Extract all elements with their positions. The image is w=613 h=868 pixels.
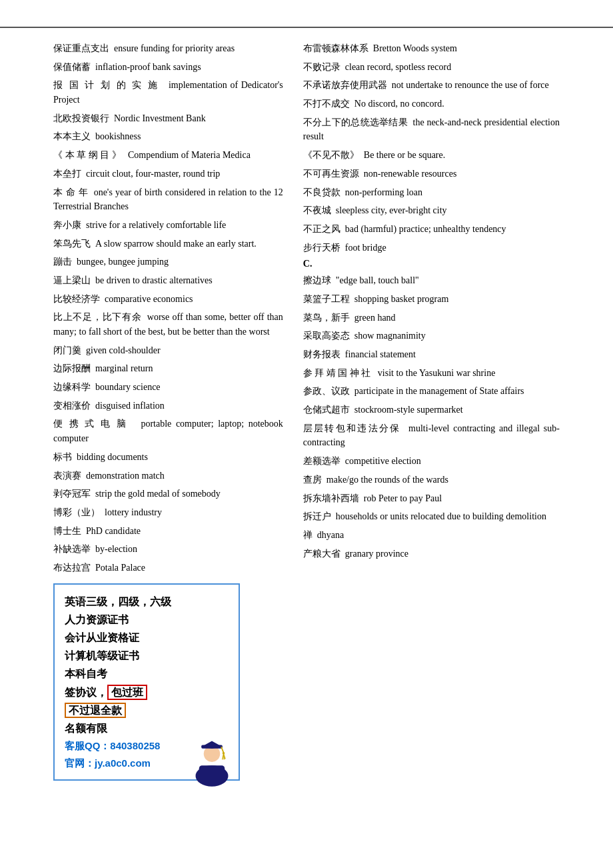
top-border (0, 27, 613, 28)
list-item: 不正之风 bad (harmful) practice; unhealthy t… (303, 222, 560, 237)
list-item: 不打不成交 No discord, no concord. (303, 97, 560, 111)
svg-line-5 (221, 747, 224, 753)
list-item: 不夜城 sleepless city, ever-bright city (303, 203, 560, 218)
list-item: 边际报酬 marginal return (53, 361, 283, 376)
list-item: 便 携 式 电 脑 portable computer; laptop; not… (53, 417, 283, 445)
ad-line-5: 本科自考 (65, 665, 185, 683)
list-item: 仓储式超市 stockroom-style supermarket (303, 403, 560, 417)
list-item: 本 命 年 one's year of birth considered in … (53, 185, 283, 214)
list-item: 布达拉宫 Potala Palace (53, 561, 283, 575)
list-item: 边缘科学 boundary science (53, 380, 283, 395)
list-item: 逼上梁山 be driven to drastic alternatives (53, 273, 283, 288)
list-item: 笨鸟先飞 A slow sparrow should make an early… (53, 237, 283, 251)
ad-text-block: 英语三级，四级，六级 人力资源证书 会计从业资格证 计算机等级证书 本科自考 签… (65, 593, 185, 772)
list-item: 补缺选举 by-election (53, 542, 283, 557)
list-item: 保值储蓄 inflation-proof bank savings (53, 60, 283, 75)
ad-line-1: 英语三级，四级，六级 (65, 593, 185, 611)
list-item: 不承诺放弃使用武器 not undertake to renounce the … (303, 78, 560, 93)
ad-inner-content: 英语三级，四级，六级 人力资源证书 会计从业资格证 计算机等级证书 本科自考 签… (65, 593, 229, 772)
section-header-c: C. (303, 259, 560, 269)
page-container: 保证重点支出 ensure funding for priority areas… (0, 0, 613, 868)
ad-qq: 客服QQ：840380258 (65, 740, 160, 751)
ad-website: 官网：jy.a0c0.com (65, 757, 151, 769)
list-item: 本垒打 circuit clout, four-master, round tr… (53, 167, 283, 181)
list-item: 财务报表 financial statement (303, 347, 560, 362)
list-item: 奔小康 strive for a relatively comfortable … (53, 218, 283, 233)
list-item: 保证重点支出 ensure funding for priority areas (53, 41, 283, 56)
list-item: 差额选举 competitive election (303, 454, 560, 469)
list-item: 博士生 PhD candidate (53, 524, 283, 539)
list-item: 北欧投资银行 Nordic Investment Bank (53, 111, 283, 126)
list-item: 产粮大省 granary province (303, 547, 560, 561)
list-item: 表演赛 demonstration match (53, 469, 283, 483)
list-item: 蹦击 bungee, bungee jumping (53, 255, 283, 269)
list-item: 布雷顿森林体系 Bretton Woods system (303, 41, 560, 56)
list-item: 步行天桥 foot bridge (303, 241, 560, 255)
list-item: 不败记录 clean record, spotless record (303, 60, 560, 75)
highlight-buguotuikuan: 不过退全款 (65, 703, 126, 718)
list-item: 比较经济学 comparative economics (53, 292, 283, 307)
list-item: 擦边球 "edge ball, touch ball" (303, 273, 560, 288)
list-item: 本本主义 bookishness (53, 129, 283, 144)
list-item: 变相涨价 disguised inflation (53, 399, 283, 413)
list-item: 菜鸟，新手 green hand (303, 311, 560, 325)
ad-line-6: 签协议，包过班 (65, 683, 185, 701)
list-item: 《不见不散》 Be there or be square. (303, 148, 560, 163)
list-item: 拆东墙补西墙 rob Peter to pay Paul (303, 491, 560, 506)
highlight-baoguo: 包过班 (107, 685, 147, 700)
list-item: 参政、议政 participate in the management of S… (303, 384, 560, 399)
ad-line-3: 会计从业资格证 (65, 629, 185, 647)
list-item: 博彩（业） lottery industry (53, 505, 283, 520)
list-item: 不可再生资源 non-renewable resources (303, 167, 560, 181)
ad-line-4: 计算机等级证书 (65, 647, 185, 665)
ad-line-2: 人力资源证书 (65, 611, 185, 629)
list-item: 禅 dhyana (303, 528, 560, 543)
list-item: 闭门羹 given cold-shoulder (53, 343, 283, 358)
list-item: 标书 bidding documents (53, 450, 283, 465)
ad-line-7: 不过退全款 (65, 701, 185, 719)
right-column: 布雷顿森林体系 Bretton Woods system 不败记录 clean … (297, 41, 560, 781)
list-item: 参 拜 靖 国 神 社 visit to the Yasukuni war sh… (303, 366, 560, 381)
list-item: 不良贷款 non-performing loan (303, 185, 560, 200)
svg-rect-1 (199, 765, 225, 783)
left-column: 保证重点支出 ensure funding for priority areas… (53, 41, 297, 781)
list-item: 剥夺冠军 strip the gold medal of somebody (53, 487, 283, 501)
grad-cap-svg (189, 735, 235, 788)
list-item: 层层转包和违法分保 multi-level contracting and il… (303, 421, 560, 450)
ad-graduation-figure (189, 735, 229, 775)
ad-line-8: 名额有限 (65, 719, 185, 737)
list-item: 不分上下的总统选举结果 the neck-and-neck presidenti… (303, 115, 560, 144)
list-item: 采取高姿态 show magnanimity (303, 329, 560, 343)
list-item: 菜篮子工程 shopping basket program (303, 292, 560, 307)
list-item: 拆迁户 households or units relocated due to… (303, 509, 560, 524)
list-item: 《 本 草 纲 目 》 Compendium of Materia Medica (53, 148, 283, 163)
list-item: 比上不足，比下有余 worse off than some, better of… (53, 310, 283, 339)
content-area: 保证重点支出 ensure funding for priority areas… (0, 41, 613, 781)
list-item: 查房 make/go the rounds of the wards (303, 473, 560, 487)
list-item: 报 国 计 划 的 实 施 implementation of Dedicato… (53, 78, 283, 107)
advertisement-box: 英语三级，四级，六级 人力资源证书 会计从业资格证 计算机等级证书 本科自考 签… (53, 583, 240, 781)
